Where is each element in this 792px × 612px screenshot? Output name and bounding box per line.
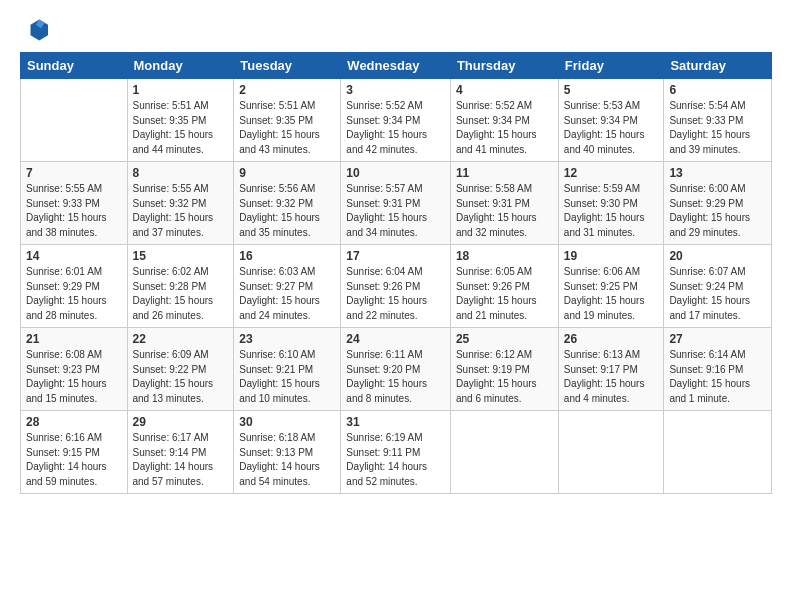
day-number: 7 xyxy=(26,166,122,180)
calendar-cell: 15Sunrise: 6:02 AM Sunset: 9:28 PM Dayli… xyxy=(127,245,234,328)
day-info: Sunrise: 5:51 AM Sunset: 9:35 PM Dayligh… xyxy=(133,99,229,157)
day-info: Sunrise: 5:52 AM Sunset: 9:34 PM Dayligh… xyxy=(456,99,553,157)
calendar-header-row: SundayMondayTuesdayWednesdayThursdayFrid… xyxy=(21,53,772,79)
day-number: 19 xyxy=(564,249,659,263)
day-number: 20 xyxy=(669,249,766,263)
day-number: 29 xyxy=(133,415,229,429)
day-info: Sunrise: 6:18 AM Sunset: 9:13 PM Dayligh… xyxy=(239,431,335,489)
calendar-cell: 9Sunrise: 5:56 AM Sunset: 9:32 PM Daylig… xyxy=(234,162,341,245)
calendar-cell: 1Sunrise: 5:51 AM Sunset: 9:35 PM Daylig… xyxy=(127,79,234,162)
logo-icon xyxy=(20,16,48,44)
calendar-week-3: 21Sunrise: 6:08 AM Sunset: 9:23 PM Dayli… xyxy=(21,328,772,411)
calendar: SundayMondayTuesdayWednesdayThursdayFrid… xyxy=(20,52,772,494)
calendar-cell: 7Sunrise: 5:55 AM Sunset: 9:33 PM Daylig… xyxy=(21,162,128,245)
day-number: 21 xyxy=(26,332,122,346)
calendar-cell: 10Sunrise: 5:57 AM Sunset: 9:31 PM Dayli… xyxy=(341,162,451,245)
calendar-cell: 29Sunrise: 6:17 AM Sunset: 9:14 PM Dayli… xyxy=(127,411,234,494)
day-number: 5 xyxy=(564,83,659,97)
day-number: 1 xyxy=(133,83,229,97)
calendar-header-tuesday: Tuesday xyxy=(234,53,341,79)
calendar-cell xyxy=(558,411,664,494)
day-number: 15 xyxy=(133,249,229,263)
day-info: Sunrise: 6:00 AM Sunset: 9:29 PM Dayligh… xyxy=(669,182,766,240)
day-info: Sunrise: 6:03 AM Sunset: 9:27 PM Dayligh… xyxy=(239,265,335,323)
day-number: 17 xyxy=(346,249,445,263)
day-info: Sunrise: 6:01 AM Sunset: 9:29 PM Dayligh… xyxy=(26,265,122,323)
day-info: Sunrise: 6:06 AM Sunset: 9:25 PM Dayligh… xyxy=(564,265,659,323)
day-info: Sunrise: 6:10 AM Sunset: 9:21 PM Dayligh… xyxy=(239,348,335,406)
day-info: Sunrise: 6:16 AM Sunset: 9:15 PM Dayligh… xyxy=(26,431,122,489)
calendar-cell: 21Sunrise: 6:08 AM Sunset: 9:23 PM Dayli… xyxy=(21,328,128,411)
day-info: Sunrise: 5:59 AM Sunset: 9:30 PM Dayligh… xyxy=(564,182,659,240)
calendar-cell xyxy=(21,79,128,162)
calendar-week-0: 1Sunrise: 5:51 AM Sunset: 9:35 PM Daylig… xyxy=(21,79,772,162)
calendar-header-friday: Friday xyxy=(558,53,664,79)
calendar-cell: 19Sunrise: 6:06 AM Sunset: 9:25 PM Dayli… xyxy=(558,245,664,328)
calendar-cell: 6Sunrise: 5:54 AM Sunset: 9:33 PM Daylig… xyxy=(664,79,772,162)
page: SundayMondayTuesdayWednesdayThursdayFrid… xyxy=(0,0,792,612)
calendar-cell: 20Sunrise: 6:07 AM Sunset: 9:24 PM Dayli… xyxy=(664,245,772,328)
day-info: Sunrise: 6:19 AM Sunset: 9:11 PM Dayligh… xyxy=(346,431,445,489)
calendar-week-1: 7Sunrise: 5:55 AM Sunset: 9:33 PM Daylig… xyxy=(21,162,772,245)
day-info: Sunrise: 5:51 AM Sunset: 9:35 PM Dayligh… xyxy=(239,99,335,157)
day-number: 28 xyxy=(26,415,122,429)
calendar-cell: 26Sunrise: 6:13 AM Sunset: 9:17 PM Dayli… xyxy=(558,328,664,411)
day-number: 30 xyxy=(239,415,335,429)
day-info: Sunrise: 5:53 AM Sunset: 9:34 PM Dayligh… xyxy=(564,99,659,157)
calendar-header-wednesday: Wednesday xyxy=(341,53,451,79)
calendar-cell: 30Sunrise: 6:18 AM Sunset: 9:13 PM Dayli… xyxy=(234,411,341,494)
calendar-cell xyxy=(664,411,772,494)
day-number: 12 xyxy=(564,166,659,180)
day-number: 26 xyxy=(564,332,659,346)
day-number: 25 xyxy=(456,332,553,346)
calendar-week-4: 28Sunrise: 6:16 AM Sunset: 9:15 PM Dayli… xyxy=(21,411,772,494)
calendar-cell: 2Sunrise: 5:51 AM Sunset: 9:35 PM Daylig… xyxy=(234,79,341,162)
calendar-cell: 28Sunrise: 6:16 AM Sunset: 9:15 PM Dayli… xyxy=(21,411,128,494)
calendar-cell: 11Sunrise: 5:58 AM Sunset: 9:31 PM Dayli… xyxy=(450,162,558,245)
day-number: 16 xyxy=(239,249,335,263)
day-info: Sunrise: 5:52 AM Sunset: 9:34 PM Dayligh… xyxy=(346,99,445,157)
calendar-header-saturday: Saturday xyxy=(664,53,772,79)
calendar-cell: 31Sunrise: 6:19 AM Sunset: 9:11 PM Dayli… xyxy=(341,411,451,494)
day-number: 24 xyxy=(346,332,445,346)
calendar-week-2: 14Sunrise: 6:01 AM Sunset: 9:29 PM Dayli… xyxy=(21,245,772,328)
day-info: Sunrise: 5:57 AM Sunset: 9:31 PM Dayligh… xyxy=(346,182,445,240)
day-info: Sunrise: 6:04 AM Sunset: 9:26 PM Dayligh… xyxy=(346,265,445,323)
calendar-cell: 5Sunrise: 5:53 AM Sunset: 9:34 PM Daylig… xyxy=(558,79,664,162)
calendar-header-monday: Monday xyxy=(127,53,234,79)
day-info: Sunrise: 5:58 AM Sunset: 9:31 PM Dayligh… xyxy=(456,182,553,240)
calendar-cell: 23Sunrise: 6:10 AM Sunset: 9:21 PM Dayli… xyxy=(234,328,341,411)
day-number: 2 xyxy=(239,83,335,97)
day-info: Sunrise: 6:17 AM Sunset: 9:14 PM Dayligh… xyxy=(133,431,229,489)
calendar-cell: 13Sunrise: 6:00 AM Sunset: 9:29 PM Dayli… xyxy=(664,162,772,245)
day-number: 27 xyxy=(669,332,766,346)
day-number: 22 xyxy=(133,332,229,346)
day-number: 23 xyxy=(239,332,335,346)
calendar-cell: 17Sunrise: 6:04 AM Sunset: 9:26 PM Dayli… xyxy=(341,245,451,328)
day-info: Sunrise: 5:56 AM Sunset: 9:32 PM Dayligh… xyxy=(239,182,335,240)
logo xyxy=(20,16,52,44)
day-info: Sunrise: 5:54 AM Sunset: 9:33 PM Dayligh… xyxy=(669,99,766,157)
calendar-header-sunday: Sunday xyxy=(21,53,128,79)
day-number: 6 xyxy=(669,83,766,97)
day-number: 11 xyxy=(456,166,553,180)
day-number: 14 xyxy=(26,249,122,263)
header xyxy=(20,16,772,44)
day-number: 4 xyxy=(456,83,553,97)
day-info: Sunrise: 6:07 AM Sunset: 9:24 PM Dayligh… xyxy=(669,265,766,323)
day-info: Sunrise: 6:02 AM Sunset: 9:28 PM Dayligh… xyxy=(133,265,229,323)
calendar-cell: 18Sunrise: 6:05 AM Sunset: 9:26 PM Dayli… xyxy=(450,245,558,328)
calendar-cell: 25Sunrise: 6:12 AM Sunset: 9:19 PM Dayli… xyxy=(450,328,558,411)
calendar-cell: 22Sunrise: 6:09 AM Sunset: 9:22 PM Dayli… xyxy=(127,328,234,411)
day-number: 9 xyxy=(239,166,335,180)
day-info: Sunrise: 6:08 AM Sunset: 9:23 PM Dayligh… xyxy=(26,348,122,406)
day-info: Sunrise: 5:55 AM Sunset: 9:32 PM Dayligh… xyxy=(133,182,229,240)
calendar-cell: 4Sunrise: 5:52 AM Sunset: 9:34 PM Daylig… xyxy=(450,79,558,162)
calendar-cell xyxy=(450,411,558,494)
day-info: Sunrise: 6:09 AM Sunset: 9:22 PM Dayligh… xyxy=(133,348,229,406)
day-number: 18 xyxy=(456,249,553,263)
calendar-cell: 12Sunrise: 5:59 AM Sunset: 9:30 PM Dayli… xyxy=(558,162,664,245)
day-info: Sunrise: 6:13 AM Sunset: 9:17 PM Dayligh… xyxy=(564,348,659,406)
calendar-cell: 27Sunrise: 6:14 AM Sunset: 9:16 PM Dayli… xyxy=(664,328,772,411)
day-info: Sunrise: 6:05 AM Sunset: 9:26 PM Dayligh… xyxy=(456,265,553,323)
